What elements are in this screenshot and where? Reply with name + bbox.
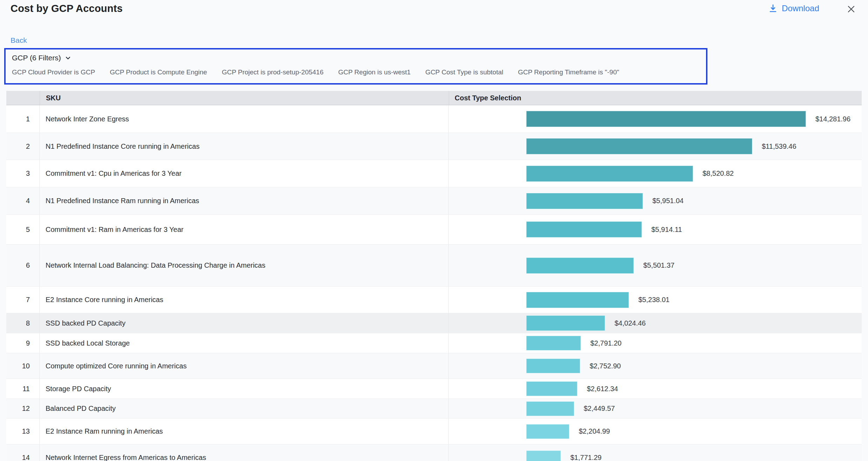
sku-name: Network Inter Zone Egress — [40, 105, 449, 133]
cost-value-label: $5,501.37 — [643, 261, 674, 269]
cost-bar[interactable] — [526, 193, 643, 209]
cost-value-label: $5,238.01 — [638, 296, 670, 304]
sku-name: Commitment v1: Cpu in Americas for 3 Yea… — [40, 160, 449, 187]
cost-bar[interactable] — [526, 424, 569, 439]
cost-bar[interactable] — [526, 450, 561, 461]
table-row: 2N1 Predefined Instance Core running in … — [6, 133, 862, 160]
cost-bar[interactable] — [526, 401, 574, 416]
table-row: 14Network Internet Egress from Americas … — [6, 445, 862, 461]
cost-bar[interactable] — [526, 138, 752, 154]
table-body: 1Network Inter Zone Egress$14,281.962N1 … — [6, 105, 862, 461]
filter-group-toggle[interactable]: GCP (6 Filters) — [12, 54, 72, 62]
table-row: 13E2 Instance Ram running in Americas$2,… — [6, 419, 862, 445]
table-row: 10Compute optimized Core running in Amer… — [6, 353, 862, 379]
cost-bar-cell: $2,752.90 — [449, 353, 862, 379]
table-row: 9SSD backed Local Storage$2,791.20 — [6, 333, 862, 353]
sku-name: Compute optimized Core running in Americ… — [40, 353, 449, 379]
table-row: 4N1 Predefined Instance Ram running in A… — [6, 187, 862, 215]
cost-value-label: $4,024.46 — [615, 319, 646, 327]
table-row: 12Balanced PD Capacity$2,449.57 — [6, 399, 862, 419]
sku-name: SSD backed Local Storage — [40, 333, 449, 353]
cost-bar-cell: $5,238.01 — [449, 287, 862, 313]
filter-panel: GCP (6 Filters) GCP Cloud Provider is GC… — [4, 48, 707, 85]
sku-name: Balanced PD Capacity — [40, 399, 449, 418]
sku-name: Storage PD Capacity — [40, 379, 449, 399]
table-row: 3Commitment v1: Cpu in Americas for 3 Ye… — [6, 160, 862, 187]
cost-bar[interactable] — [526, 166, 693, 182]
close-icon — [846, 4, 858, 15]
table-row: 11Storage PD Capacity$2,612.34 — [6, 379, 862, 399]
filter-group-label: GCP (6 Filters) — [12, 54, 61, 62]
row-rank: 3 — [6, 160, 40, 187]
cost-value-label: $5,951.04 — [652, 197, 684, 205]
row-rank: 5 — [6, 215, 40, 244]
cost-bar-cell: $1,771.29 — [449, 445, 862, 461]
row-rank: 4 — [6, 187, 40, 214]
download-button[interactable]: Download — [768, 4, 819, 13]
table-row: 7E2 Instance Core running in Americas$5,… — [6, 287, 862, 313]
filter-condition: GCP Reporting Timeframe is "-90" — [518, 68, 619, 76]
sku-column-header: SKU — [40, 91, 449, 105]
row-rank: 1 — [6, 105, 40, 133]
cost-value-label: $8,520.82 — [703, 169, 734, 178]
cost-bar-cell: $5,914.11 — [449, 215, 862, 244]
filter-condition: GCP Product is Compute Engine — [110, 68, 207, 76]
page-title: Cost by GCP Accounts — [11, 3, 123, 14]
row-rank: 14 — [6, 445, 40, 461]
close-button[interactable] — [846, 3, 858, 15]
table-row: 8SSD backed PD Capacity$4,024.46 — [6, 313, 862, 333]
chevron-down-icon — [65, 54, 72, 61]
download-icon — [768, 4, 778, 13]
sku-name: Commitment v1: Ram in Americas for 3 Yea… — [40, 215, 449, 244]
row-rank: 12 — [6, 399, 40, 418]
cost-value-label: $14,281.96 — [815, 115, 850, 123]
download-label: Download — [782, 4, 819, 13]
row-rank: 10 — [6, 353, 40, 379]
cost-value-label: $2,204.99 — [579, 427, 610, 435]
cost-bar-cell: $2,204.99 — [449, 419, 862, 444]
filter-condition: GCP Cloud Provider is GCP — [12, 68, 95, 76]
table-row: 6Network Internal Load Balancing: Data P… — [6, 245, 862, 287]
table-header-row: SKU Cost Type Selection — [6, 91, 862, 105]
cost-value-label: $1,771.29 — [570, 454, 602, 461]
cost-value-label: $2,752.90 — [590, 362, 621, 370]
cost-value-label: $5,914.11 — [651, 226, 682, 234]
cost-bar[interactable] — [526, 315, 605, 331]
cost-bar-cell: $8,520.82 — [449, 160, 862, 187]
cost-value-label: $2,449.57 — [584, 405, 615, 413]
cost-bar-cell: $4,024.46 — [449, 313, 862, 333]
table-row: 5Commitment v1: Ram in Americas for 3 Ye… — [6, 215, 862, 245]
table-row: 1Network Inter Zone Egress$14,281.96 — [6, 105, 862, 133]
cost-bar[interactable] — [526, 258, 634, 274]
cost-bar[interactable] — [526, 221, 642, 238]
row-rank: 9 — [6, 333, 40, 353]
cost-bar[interactable] — [526, 111, 806, 127]
sku-name: N1 Predefined Instance Ram running in Am… — [40, 187, 449, 214]
filter-condition: GCP Project is prod-setup-205416 — [222, 68, 324, 76]
cost-bar[interactable] — [526, 336, 581, 350]
sku-name: E2 Instance Core running in Americas — [40, 287, 449, 313]
cost-value-label: $2,612.34 — [587, 385, 618, 393]
filter-condition: GCP Region is us-west1 — [338, 68, 411, 76]
sku-name: E2 Instance Ram running in Americas — [40, 419, 449, 444]
sku-name: N1 Predefined Instance Core running in A… — [40, 133, 449, 160]
row-rank: 7 — [6, 287, 40, 313]
filter-condition: GCP Cost Type is subtotal — [425, 68, 503, 76]
row-rank: 8 — [6, 313, 40, 333]
cost-type-column-header: Cost Type Selection — [449, 91, 862, 105]
back-link[interactable]: Back — [11, 36, 27, 45]
cost-bar-cell: $5,501.37 — [449, 245, 862, 286]
cost-bar[interactable] — [526, 381, 577, 396]
row-rank: 13 — [6, 419, 40, 444]
row-rank: 2 — [6, 133, 40, 160]
cost-bar[interactable] — [526, 359, 580, 373]
cost-value-label: $2,791.20 — [590, 339, 622, 347]
filter-conditions-row: GCP Cloud Provider is GCPGCP Product is … — [12, 68, 706, 76]
cost-bar-cell: $5,951.04 — [449, 187, 862, 214]
cost-bar-cell: $14,281.96 — [449, 105, 862, 133]
cost-value-label: $11,539.46 — [762, 142, 796, 151]
sku-name: Network Internet Egress from Americas to… — [40, 445, 449, 461]
sku-name: SSD backed PD Capacity — [40, 313, 449, 333]
cost-bar[interactable] — [526, 292, 629, 308]
sku-name: Network Internal Load Balancing: Data Pr… — [40, 245, 449, 286]
